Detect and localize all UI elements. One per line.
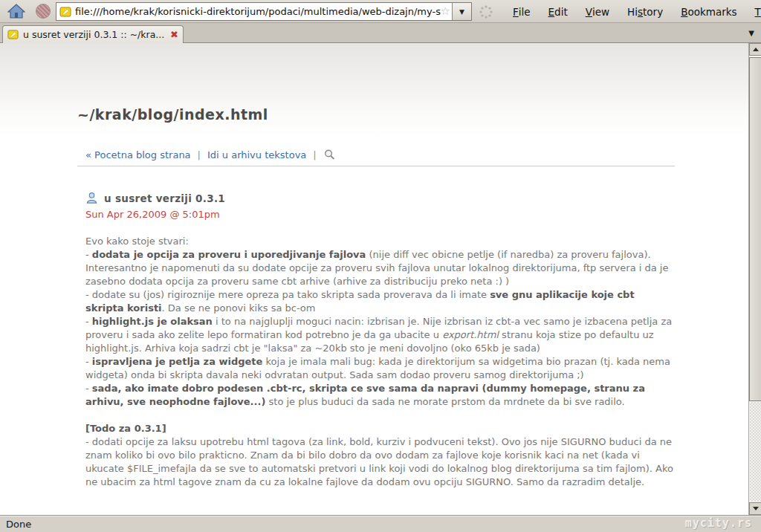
url-dropdown-button[interactable]: ▼ bbox=[452, 3, 471, 20]
user-icon bbox=[85, 192, 98, 204]
menu-tools[interactable]: Tools bbox=[746, 0, 761, 23]
stop-icon bbox=[36, 4, 51, 19]
menu-file[interactable]: File bbox=[504, 0, 540, 23]
post-date: Sun Apr 26,2009 @ 5:01pm bbox=[85, 209, 220, 220]
tab-title: u susret verziji 0.3.1 :: ~/kra... bbox=[23, 29, 167, 40]
menu-bookmarks[interactable]: Bookmarks bbox=[672, 0, 745, 23]
menu-view[interactable]: View bbox=[577, 0, 618, 23]
url-bar[interactable]: file:///home/krak/korisnicki-direktoriju… bbox=[56, 2, 472, 21]
blog-nav: « Pocetna blog strana | Idi u arhivu tek… bbox=[85, 149, 335, 160]
search-icon[interactable] bbox=[323, 149, 335, 160]
nav-separator: | bbox=[313, 149, 316, 160]
scrollbar-thumb[interactable] bbox=[749, 57, 761, 401]
status-text: Done bbox=[6, 519, 31, 530]
tab-favicon bbox=[7, 29, 19, 40]
tab-bar: u susret verziji 0.3.1 :: ~/kra... ✖ ▼ bbox=[0, 23, 761, 43]
watermark: mycity.rs bbox=[685, 516, 752, 530]
archive-link[interactable]: Idi u arhivu tekstova bbox=[207, 149, 306, 160]
scroll-down-button[interactable] bbox=[749, 502, 761, 515]
arrow-down-icon bbox=[753, 507, 759, 510]
tab-close-icon[interactable]: ✖ bbox=[170, 29, 178, 40]
home-blog-link[interactable]: « Pocetna blog strana bbox=[85, 149, 191, 160]
post-header: u susret verziji 0.3.1 bbox=[85, 192, 225, 204]
chevron-down-icon: ▼ bbox=[459, 8, 464, 16]
home-button[interactable] bbox=[6, 1, 27, 21]
stop-button[interactable] bbox=[33, 1, 54, 21]
status-bar: Done mycity.rs bbox=[0, 515, 761, 532]
scroll-up-button[interactable] bbox=[749, 43, 761, 56]
tab-active[interactable]: u susret verziji 0.3.1 :: ~/kra... ✖ bbox=[2, 25, 184, 43]
bookmark-star-icon[interactable]: ☆ bbox=[441, 6, 450, 17]
menubar: File Edit View History Bookmarks Tools H… bbox=[504, 0, 761, 23]
home-icon bbox=[7, 3, 25, 19]
divider bbox=[77, 166, 675, 166]
page-favicon bbox=[59, 6, 71, 18]
post-body: Evo kako stoje stvari:- dodata je opcija… bbox=[85, 235, 676, 489]
browser-toolbar: file:///home/krak/korisnicki-direktoriju… bbox=[0, 0, 761, 23]
arrow-up-icon bbox=[753, 48, 759, 51]
url-input[interactable]: file:///home/krak/korisnicki-direktoriju… bbox=[75, 6, 441, 17]
scrollbar-trough[interactable] bbox=[750, 402, 761, 502]
throbber-icon bbox=[479, 4, 493, 22]
nav-separator: | bbox=[198, 149, 201, 160]
menu-history[interactable]: History bbox=[618, 0, 672, 23]
post-title: u susret verziji 0.3.1 bbox=[104, 192, 225, 204]
menu-edit[interactable]: Edit bbox=[540, 0, 577, 23]
page-viewport: ~/krak/blog/index.html « Pocetna blog st… bbox=[0, 43, 748, 515]
tab-list-arrow-icon[interactable]: ▼ bbox=[748, 29, 754, 37]
vertical-scrollbar[interactable] bbox=[748, 43, 761, 515]
page-title: ~/krak/blog/index.html bbox=[77, 106, 268, 123]
